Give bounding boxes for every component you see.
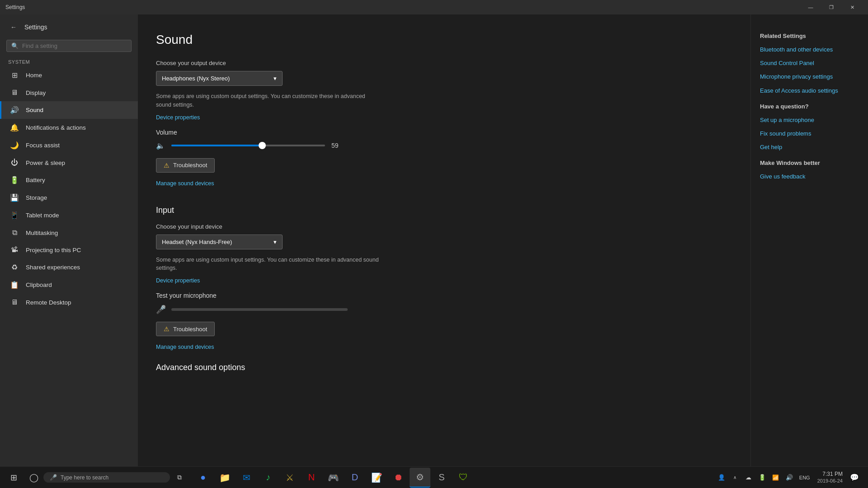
search-box[interactable]: 🔍 xyxy=(6,40,132,52)
input-device-value: Headset (Nyx Hands-Free) xyxy=(162,239,232,245)
taskbar-app-camtasia[interactable]: ⏺ xyxy=(388,468,409,488)
output-troubleshoot-button[interactable]: ⚠ Troubleshoot xyxy=(156,158,215,173)
sidebar-item-clipboard[interactable]: 📋Clipboard xyxy=(0,276,138,294)
sidebar-icon-multitasking: ⧉ xyxy=(9,229,19,237)
sidebar-icon-storage: 💾 xyxy=(9,193,19,202)
maximize-button[interactable]: ❐ xyxy=(821,0,842,14)
output-device-value: Headphones (Nyx Stereo) xyxy=(162,75,230,82)
related-link-0[interactable]: Bluetooth and other devices xyxy=(760,46,859,54)
sidebar-item-shared[interactable]: ♻Shared experiences xyxy=(0,258,138,276)
sidebar-item-storage[interactable]: 💾Storage xyxy=(0,189,138,206)
output-manage-sound-link[interactable]: Manage sound devices xyxy=(156,180,214,187)
input-manage-sound-link[interactable]: Manage sound devices xyxy=(156,344,214,350)
feedback-link[interactable]: Give us feedback xyxy=(760,173,859,181)
input-info-text: Some apps are using custom input setting… xyxy=(156,256,382,273)
microphone-level-bar xyxy=(171,308,348,311)
input-device-dropdown[interactable]: Headset (Nyx Hands-Free) ▾ xyxy=(156,235,283,249)
tray-time-value: 7:31 PM xyxy=(822,471,843,478)
advanced-section-title: Advanced sound options xyxy=(156,363,728,372)
taskbar-app-shield[interactable]: 🛡 xyxy=(453,468,474,488)
taskbar-app-stickynotes[interactable]: 📝 xyxy=(366,468,387,488)
sidebar-item-power[interactable]: ⏻Power & sleep xyxy=(0,154,138,171)
sidebar-label-projecting: Projecting to this PC xyxy=(26,247,81,253)
taskbar-app-witcher[interactable]: ⚔ xyxy=(279,468,300,488)
taskbar-app-discord[interactable]: D xyxy=(344,468,365,488)
app-body: ← Settings 🔍 System ⊞Home🖥Display🔊Sound🔔… xyxy=(0,14,868,466)
tray-network-icon[interactable]: 📶 xyxy=(769,468,782,488)
input-troubleshoot-label: Troubleshoot xyxy=(173,326,207,333)
taskbar-search-text: Type here to search xyxy=(61,474,108,481)
taskbar-app-folder[interactable]: 📁 xyxy=(214,468,235,488)
volume-row: 🔈 59 xyxy=(156,141,728,150)
microphone-test-row: 🎤 xyxy=(156,305,728,314)
taskbar: ⊞ ◯ 🎤 Type here to search ⧉ ●📁✉♪⚔N🎮D📝⏺⚙S… xyxy=(0,466,868,488)
related-panel: Related Settings Bluetooth and other dev… xyxy=(750,14,868,466)
input-device-properties-link[interactable]: Device properties xyxy=(156,277,200,284)
cortana-button[interactable]: ◯ xyxy=(24,468,43,487)
related-link-1[interactable]: Sound Control Panel xyxy=(760,59,859,67)
sidebar-item-sound[interactable]: 🔊Sound xyxy=(0,101,138,119)
taskbar-search-icon: 🎤 xyxy=(50,474,57,481)
output-device-properties-link[interactable]: Device properties xyxy=(156,114,200,121)
main-content: Sound Choose your output device Headphon… xyxy=(138,14,750,466)
sidebar-icon-shared: ♻ xyxy=(9,263,19,272)
taskbar-app-steam[interactable]: 🎮 xyxy=(323,468,344,488)
sidebar-label-storage: Storage xyxy=(26,194,47,201)
sidebar-item-battery[interactable]: 🔋Battery xyxy=(0,171,138,189)
tray-people-icon[interactable]: 👤 xyxy=(715,468,728,488)
make-windows-better-title: Make Windows better xyxy=(760,160,859,166)
question-link-0[interactable]: Set up a microphone xyxy=(760,116,859,124)
close-button[interactable]: ✕ xyxy=(842,0,863,14)
volume-slider-track[interactable] xyxy=(171,145,325,146)
sidebar-item-remote[interactable]: 🖥Remote Desktop xyxy=(0,294,138,311)
question-link-2[interactable]: Get help xyxy=(760,143,859,151)
taskbar-app-chrome[interactable]: ● xyxy=(193,468,213,488)
sidebar-item-display[interactable]: 🖥Display xyxy=(0,84,138,101)
taskbar-search-box[interactable]: 🎤 Type here to search xyxy=(43,472,170,483)
tray-language-icon[interactable]: ENG xyxy=(797,468,813,488)
output-troubleshoot-label: Troubleshoot xyxy=(173,162,207,169)
question-link-1[interactable]: Fix sound problems xyxy=(760,130,859,138)
search-icon: 🔍 xyxy=(11,42,19,49)
output-device-dropdown[interactable]: Headphones (Nyx Stereo) ▾ xyxy=(156,71,283,86)
sidebar-item-home[interactable]: ⊞Home xyxy=(0,66,138,84)
task-view-button[interactable]: ⧉ xyxy=(170,468,189,487)
sidebar-item-tablet[interactable]: 📱Tablet mode xyxy=(0,206,138,224)
sidebar-label-tablet: Tablet mode xyxy=(26,212,59,219)
sidebar-label-remote: Remote Desktop xyxy=(26,299,71,306)
volume-slider-thumb[interactable] xyxy=(259,142,266,149)
sidebar-label-shared: Shared experiences xyxy=(26,264,80,271)
taskbar-app-mail[interactable]: ✉ xyxy=(236,468,257,488)
notification-center-button[interactable]: 💬 xyxy=(847,468,862,488)
tray-onedrive-icon[interactable]: ☁ xyxy=(742,468,755,488)
sidebar-item-focus[interactable]: 🌙Focus assist xyxy=(0,136,138,154)
search-input[interactable] xyxy=(22,42,127,49)
start-button[interactable]: ⊞ xyxy=(3,467,24,488)
tray-volume-icon[interactable]: 🔊 xyxy=(783,468,796,488)
sidebar-label-display: Display xyxy=(26,89,46,96)
sidebar-item-projecting[interactable]: 📽Projecting to this PC xyxy=(0,241,138,258)
sidebar-icon-notifications: 🔔 xyxy=(9,123,19,132)
tray-battery-icon[interactable]: 🔋 xyxy=(756,468,769,488)
taskbar-app-netflix[interactable]: N xyxy=(301,468,322,488)
minimize-button[interactable]: — xyxy=(800,0,821,14)
sidebar-icon-home: ⊞ xyxy=(9,71,19,80)
sidebar-label-power: Power & sleep xyxy=(26,160,65,166)
sidebar: ← Settings 🔍 System ⊞Home🖥Display🔊Sound🔔… xyxy=(0,14,138,466)
sidebar-item-multitasking[interactable]: ⧉Multitasking xyxy=(0,224,138,241)
input-troubleshoot-button[interactable]: ⚠ Troubleshoot xyxy=(156,322,215,336)
sidebar-section-label: System xyxy=(0,56,138,66)
app-title: Settings xyxy=(5,4,800,10)
related-link-3[interactable]: Ease of Access audio settings xyxy=(760,87,859,95)
related-link-2[interactable]: Microphone privacy settings xyxy=(760,73,859,81)
sidebar-icon-tablet: 📱 xyxy=(9,211,19,220)
taskbar-app-spotify[interactable]: ♪ xyxy=(258,468,278,488)
related-settings-title: Related Settings xyxy=(760,33,859,39)
sidebar-item-notifications[interactable]: 🔔Notifications & actions xyxy=(0,119,138,136)
volume-slider-fill xyxy=(171,145,262,146)
tray-clock[interactable]: 7:31 PM 2019-06-24 xyxy=(814,471,846,484)
back-button[interactable]: ← xyxy=(7,21,20,33)
taskbar-app-steam2[interactable]: S xyxy=(431,468,452,488)
taskbar-app-settings[interactable]: ⚙ xyxy=(410,468,430,488)
tray-chevron-icon[interactable]: ∧ xyxy=(729,468,741,488)
